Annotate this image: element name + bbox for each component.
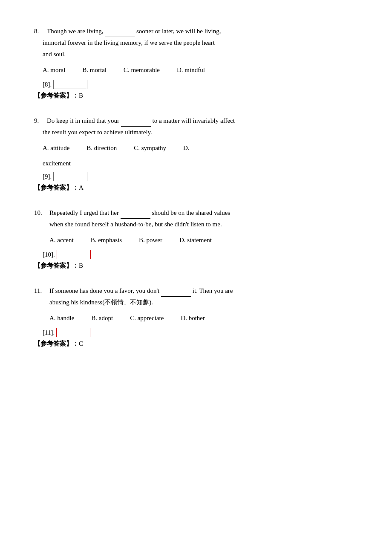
question-8-options: A. moral B. mortal C. memorable D. mindf…: [43, 64, 358, 76]
question-9-text: Do keep it in mind that your to a matter…: [47, 117, 235, 124]
question-number-9: 9.: [34, 115, 47, 127]
answer-label-8: [8].: [43, 81, 52, 88]
question-9-options: A. attitude B. direction C. sympathy D.: [43, 142, 358, 154]
question-11: 11. If someone has done you a favor, you…: [34, 285, 358, 348]
question-9: 9. Do keep it in mind that your to a mat…: [34, 115, 358, 192]
option-8-c: C. memorable: [124, 64, 160, 76]
reference-9: 【参考答案】：A: [34, 184, 358, 192]
question-9-excitement: excitement: [43, 158, 358, 169]
option-10-b2: B. power: [139, 234, 162, 246]
question-8-answer-line: [8].: [43, 80, 358, 89]
answer-label-10: [10].: [43, 251, 55, 258]
option-11-a: A. handle: [49, 312, 74, 324]
option-9-c: C. sympathy: [134, 142, 166, 154]
answer-box-8[interactable]: [53, 80, 87, 89]
reference-8: 【参考答案】：B: [34, 92, 358, 100]
question-number-11: 11.: [34, 285, 49, 297]
question-8-cont1: immortal forever in the living memory, i…: [43, 37, 358, 49]
question-8: 8. Though we are living, sooner or later…: [34, 26, 358, 100]
option-10-b: B. emphasis: [91, 234, 122, 246]
answer-label-9: [9].: [43, 173, 52, 180]
option-9-b: B. direction: [86, 142, 117, 154]
question-number-8: 8.: [34, 26, 47, 37]
question-11-answer-line: [11].: [43, 328, 358, 337]
question-11-text: If someone has done you a favor, you don…: [49, 287, 233, 294]
question-10-answer-line: [10].: [43, 250, 358, 259]
answer-box-11[interactable]: [56, 328, 90, 337]
question-11-options: A. handle B. adopt C. appreciate D. both…: [49, 312, 358, 324]
question-10-cont1: when she found herself a husband-to-be, …: [49, 219, 358, 230]
reference-11: 【参考答案】：C: [34, 340, 358, 348]
option-9-a: A. attitude: [43, 142, 69, 154]
option-8-a: A. moral: [43, 64, 65, 76]
option-10-d: D. statement: [179, 234, 212, 246]
answer-label-11: [11].: [43, 329, 55, 336]
question-8-cont2: and soul.: [43, 49, 358, 60]
option-11-d: D. bother: [181, 312, 205, 324]
question-10: 10. Repeatedly I urged that her should b…: [34, 207, 358, 270]
question-number-10: 10.: [34, 207, 49, 219]
option-8-d: D. mindful: [177, 64, 205, 76]
answer-box-10[interactable]: [57, 250, 91, 259]
question-9-cont1: the result you expect to achieve ultimat…: [43, 127, 358, 138]
reference-10: 【参考答案】：B: [34, 262, 358, 270]
question-10-text: Repeatedly I urged that her should be on…: [49, 209, 230, 216]
blank-11: [161, 296, 191, 297]
option-11-c: C. appreciate: [130, 312, 164, 324]
question-9-answer-line: [9].: [43, 172, 358, 181]
option-10-a: A. accent: [49, 234, 74, 246]
question-8-text: Though we are living, sooner or later, w…: [47, 28, 221, 35]
answer-box-9[interactable]: [53, 172, 87, 181]
question-10-options: A. accent B. emphasis B. power D. statem…: [49, 234, 358, 246]
option-8-b: B. mortal: [82, 64, 107, 76]
question-11-cont1: abusing his kindness(不领情、不知趣).: [49, 297, 358, 308]
option-9-d: D.: [183, 142, 190, 154]
option-11-b: B. adopt: [91, 312, 113, 324]
